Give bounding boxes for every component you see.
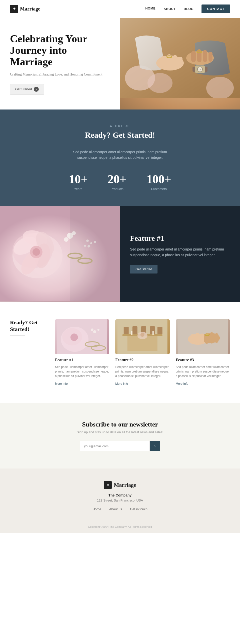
nav-links: HOME ABOUT BLOG CONTACT xyxy=(145,4,230,13)
svg-point-73 xyxy=(206,334,208,335)
svg-point-49 xyxy=(98,329,100,331)
newsletter-title: Subscribe to our newsletter xyxy=(10,421,230,428)
features-grid: Feature #1 Sed pede ullamcorper amet ull… xyxy=(55,319,230,386)
feature-card-3: Feature #3 Sed pede ullamcorper amet ull… xyxy=(176,319,230,386)
feature-banner-image xyxy=(0,206,120,302)
features-title: Ready? Get Started! xyxy=(10,319,45,332)
svg-point-30 xyxy=(32,248,40,256)
footer-company-name: The Company xyxy=(108,493,132,497)
feature-2-link[interactable]: More Info xyxy=(115,382,128,386)
svg-rect-68 xyxy=(200,334,204,344)
feature-card-3-image xyxy=(176,319,230,354)
nav-home[interactable]: HOME xyxy=(145,6,156,11)
navbar: ✦ Marriage HOME ABOUT BLOG CONTACT xyxy=(0,0,240,18)
feature-card-1: Feature #1 Sed pede ullamcorper amet ull… xyxy=(55,319,109,386)
svg-rect-54 xyxy=(124,327,129,334)
features-heading: Ready? Get Started! xyxy=(10,319,45,386)
svg-rect-66 xyxy=(190,334,194,344)
feature-card-2-image xyxy=(115,319,170,354)
svg-point-48 xyxy=(93,330,96,333)
features-divider xyxy=(10,336,25,336)
about-section: ABOUT US Ready? Get Started! Sed pede ul… xyxy=(0,110,240,206)
logo: ✦ Marriage xyxy=(10,5,40,13)
feature-banner: Feature #1 Sed pede ullamcorper amet ull… xyxy=(0,206,240,302)
hero-cta-label: Get Started xyxy=(15,87,32,91)
feature-1-link[interactable]: More Info xyxy=(55,382,68,386)
stat-customers-number: 100+ xyxy=(146,172,171,186)
stat-customers: 100+ Customers xyxy=(146,172,171,191)
newsletter-submit-button[interactable]: › xyxy=(150,441,160,451)
newsletter-subtitle: Sign up and stay up to date on all the l… xyxy=(10,430,230,434)
about-label: ABOUT US xyxy=(10,124,230,128)
svg-rect-69 xyxy=(204,333,208,344)
newsletter-form: › xyxy=(10,441,230,451)
logo-text: Marriage xyxy=(20,6,40,12)
feature-banner-box: Feature #1 Sed pede ullamcorper amet ull… xyxy=(120,206,240,302)
hero-cta-button[interactable]: Get Started › xyxy=(10,84,44,94)
svg-rect-67 xyxy=(195,333,199,344)
feature-card-1-image xyxy=(55,319,109,354)
features-section: Ready? Get Started! Feature xyxy=(0,302,240,403)
stat-products: 20+ Products xyxy=(108,172,126,191)
svg-rect-13 xyxy=(203,50,207,62)
stat-products-label: Products xyxy=(108,187,126,191)
feature-banner-cta[interactable]: Get Started xyxy=(130,265,158,274)
stat-years: 10+ Years xyxy=(69,172,88,191)
svg-rect-9 xyxy=(178,57,182,67)
footer-address: 123 Street, San Francisco, USA xyxy=(10,498,230,502)
svg-rect-41 xyxy=(70,206,120,301)
svg-rect-70 xyxy=(210,332,214,344)
feature-card-2: Feature #2 Sed pede ullamcorper amet ull… xyxy=(115,319,170,386)
footer-logo-text: Marriage xyxy=(114,482,136,488)
feature-2-desc: Sed pede ullamcorper amet ullamcorper pr… xyxy=(115,365,170,378)
feature-banner-description: Sed pede ullamcorper amet ullamcorper pr… xyxy=(130,246,230,258)
footer-link-home[interactable]: Home xyxy=(92,507,101,511)
svg-rect-8 xyxy=(173,55,177,67)
footer-logo-icon: ✦ xyxy=(104,481,112,489)
feature-1-desc: Sed pede ullamcorper amet ullamcorper pr… xyxy=(55,365,109,378)
svg-rect-71 xyxy=(214,333,218,343)
stat-customers-label: Customers xyxy=(146,187,171,191)
hero-photo xyxy=(120,18,240,110)
about-title: Ready? Get Started! xyxy=(10,130,230,140)
svg-rect-58 xyxy=(158,327,162,334)
stat-products-number: 20+ xyxy=(108,172,126,186)
svg-rect-11 xyxy=(191,51,196,62)
footer-links: Home About us Get in touch xyxy=(10,507,230,511)
footer: ✦ Marriage The Company 123 Street, San F… xyxy=(0,468,240,533)
feature-3-title: Feature #3 xyxy=(176,358,230,362)
footer-copyright: Copyright ©2024 The Company, All Rights … xyxy=(10,521,230,528)
footer-logo-area: ✦ Marriage xyxy=(10,481,230,489)
hero-text-area: Celebrating Your Journey into Marriage C… xyxy=(0,18,120,110)
feature-banner-photo xyxy=(0,206,120,301)
feature-3-link[interactable]: More Info xyxy=(176,382,188,386)
svg-point-60 xyxy=(140,333,144,337)
nav-blog[interactable]: BLOG xyxy=(184,7,194,11)
nav-contact-button[interactable]: CONTACT xyxy=(202,4,230,13)
footer-link-about[interactable]: About us xyxy=(109,507,122,511)
svg-rect-14 xyxy=(208,52,212,62)
feature-2-title: Feature #2 xyxy=(115,358,170,362)
stat-years-label: Years xyxy=(69,187,88,191)
footer-company: The Company xyxy=(10,493,230,498)
feature-3-desc: Sed pede ullamcorper amet ullamcorper pr… xyxy=(176,365,230,378)
svg-point-2 xyxy=(148,73,172,93)
stats-container: 10+ Years 20+ Products 100+ Customers xyxy=(10,172,230,191)
nav-about[interactable]: ABOUT xyxy=(164,7,176,11)
hero-image xyxy=(120,18,240,110)
svg-point-50 xyxy=(91,328,94,331)
svg-point-45 xyxy=(70,334,78,341)
newsletter-section: Subscribe to our newsletter Sign up and … xyxy=(0,403,240,468)
feature-1-title: Feature #1 xyxy=(55,358,109,362)
feature-banner-title: Feature #1 xyxy=(130,234,230,242)
footer-logo: ✦ Marriage xyxy=(104,481,136,489)
svg-point-33 xyxy=(64,237,68,242)
hero-subtext: Crafting Memories, Embracing Love, and H… xyxy=(10,72,110,77)
footer-link-contact[interactable]: Get in touch xyxy=(130,507,148,511)
about-divider xyxy=(110,143,130,143)
hero-heading: Celebrating Your Journey into Marriage xyxy=(10,33,110,68)
about-description: Sed pede ullamcorper amet ullamcorper pr… xyxy=(65,149,175,160)
svg-rect-62 xyxy=(152,331,154,335)
svg-rect-6 xyxy=(161,56,166,67)
newsletter-email-input[interactable] xyxy=(80,441,150,451)
